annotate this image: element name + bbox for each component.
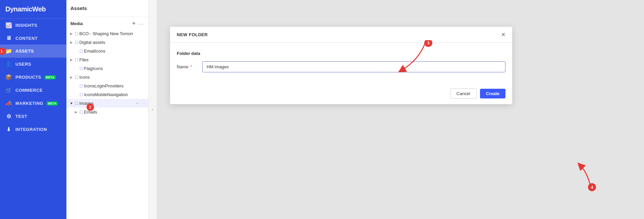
- tree-item-emailicons[interactable]: ▶ □ EmailIcons: [66, 47, 148, 55]
- sidebar-item-users[interactable]: 👤 USERS: [0, 58, 66, 71]
- commerce-icon: 🛒: [5, 87, 12, 93]
- sidebar-item-assets[interactable]: 📁 ASSETS 1: [0, 45, 66, 58]
- chevron-icon: ▶: [69, 58, 74, 62]
- tree-item-icons[interactable]: ▶ □ Icons: [66, 73, 148, 81]
- tree-item-iconsmobilenavigation[interactable]: ▶ □ IconsMobileNavigation: [66, 90, 148, 99]
- products-icon: 📦: [5, 74, 12, 80]
- tree-item-label: Digital assets: [79, 40, 146, 45]
- media-more-button[interactable]: ···: [138, 21, 144, 26]
- sidebar-item-label: COMMERCE: [15, 88, 43, 93]
- media-header: Media + ···: [66, 17, 148, 29]
- file-panel-wrapper: Assets Media + ··· ▶ □ BCO - Shaping New…: [66, 0, 157, 219]
- tree-container: ▶ □ BCO - Shaping New Tomorr ▶ □ Digital…: [66, 29, 148, 219]
- sidebar-item-label: CONTENT: [15, 36, 38, 41]
- tree-item-label: EmailIcons: [84, 49, 146, 54]
- tree-item-emails[interactable]: ▶ □ Emails: [66, 107, 148, 116]
- users-icon: 👤: [5, 61, 12, 67]
- form-label-name: Name *: [177, 64, 197, 69]
- form-row-name: Name *: [177, 61, 505, 72]
- required-star: *: [189, 64, 192, 69]
- dialog-title: NEW FOLDER: [177, 32, 208, 37]
- sidebar-item-label: TEST: [15, 114, 27, 119]
- folder-icon: □: [75, 40, 78, 45]
- folder-icon: □: [75, 100, 78, 106]
- dialog-close-button[interactable]: ✕: [501, 31, 505, 38]
- file-panel-title: Assets: [70, 5, 87, 11]
- file-panel: Assets Media + ··· ▶ □ BCO - Shaping New…: [66, 0, 149, 219]
- chevron-icon: ▶: [74, 110, 78, 114]
- folder-icon: □: [80, 109, 83, 115]
- sidebar-item-label: MARKETING: [15, 101, 43, 106]
- assets-icon: 📁: [5, 48, 12, 54]
- tree-item-label: IconsLoginProviders: [84, 83, 146, 88]
- create-button[interactable]: Create: [480, 89, 505, 98]
- tree-item-label: Emails: [84, 110, 146, 115]
- tree-item-label: FlagIcons: [84, 66, 146, 71]
- sidebar-item-label: ASSETS: [15, 49, 34, 54]
- folder-icon: □: [80, 48, 83, 54]
- chevron-icon: ▶: [69, 75, 74, 79]
- integration-icon: ⬇: [5, 126, 12, 133]
- new-folder-dialog: NEW FOLDER ✕ Folder data Name * Cancel C…: [170, 27, 512, 104]
- tree-item-label: BCO - Shaping New Tomorr: [79, 31, 146, 36]
- media-actions: + ···: [132, 20, 144, 27]
- media-add-button[interactable]: +: [132, 20, 136, 27]
- tree-item-more-button[interactable]: ···: [141, 101, 146, 105]
- app-logo: DynamicWeb: [0, 0, 66, 19]
- marketing-beta-badge: BETA: [47, 101, 58, 105]
- sidebar-nav: 📈 INSIGHTS 🖥 CONTENT 📁 ASSETS 1 👤 USERS …: [0, 19, 66, 219]
- tree-item-images[interactable]: ▼ □ Images + ··· 2: [66, 99, 148, 107]
- annotation-1: 1: [0, 48, 5, 55]
- sidebar-item-test[interactable]: ⚙ TEST: [0, 110, 66, 123]
- tree-item-digital-assets[interactable]: ▶ □ Digital assets: [66, 38, 148, 47]
- file-panel-header: Assets: [66, 0, 148, 17]
- content-icon: 🖥: [5, 35, 12, 41]
- tree-item-label: Icons: [79, 75, 146, 80]
- folder-name-input[interactable]: [202, 61, 505, 72]
- tree-item-bco[interactable]: ▶ □ BCO - Shaping New Tomorr: [66, 29, 148, 38]
- sidebar-item-label: USERS: [15, 62, 31, 67]
- media-label: Media: [70, 21, 83, 26]
- tree-item-add-button[interactable]: +: [136, 101, 139, 106]
- folder-icon: □: [75, 57, 78, 62]
- folder-icon: □: [80, 92, 83, 97]
- tree-item-files[interactable]: ▶ □ Files: [66, 55, 148, 64]
- sidebar-item-label: INTEGRATION: [15, 127, 47, 132]
- sidebar-item-integration[interactable]: ⬇ INTEGRATION: [0, 123, 66, 136]
- products-beta-badge: BETA: [45, 75, 56, 79]
- tree-item-actions: + ···: [136, 101, 146, 106]
- dialog-body: Folder data Name *: [170, 43, 512, 84]
- tree-item-label: IconsMobileNavigation: [84, 92, 146, 97]
- test-icon: ⚙: [5, 113, 12, 120]
- folder-icon: □: [75, 74, 78, 80]
- tree-item-flagicons[interactable]: ▶ □ FlagIcons: [66, 64, 148, 73]
- collapse-panel-button[interactable]: ‹: [149, 0, 157, 219]
- sidebar-item-commerce[interactable]: 🛒 COMMERCE: [0, 84, 66, 97]
- dialog-overlay: NEW FOLDER ✕ Folder data Name * Cancel C…: [157, 0, 644, 219]
- sidebar-item-marketing[interactable]: 📣 MARKETING BETA: [0, 97, 66, 110]
- chevron-icon: ▶: [69, 32, 74, 35]
- sidebar-item-label: INSIGHTS: [15, 23, 37, 28]
- folder-icon: □: [80, 66, 83, 71]
- sidebar-item-label: PRODUCTS: [15, 75, 41, 80]
- main-content: NEW FOLDER ✕ Folder data Name * Cancel C…: [157, 0, 644, 219]
- tree-item-label: Files: [79, 57, 146, 62]
- tree-item-iconsloginproviders[interactable]: ▶ □ IconsLoginProviders: [66, 81, 148, 90]
- sidebar: DynamicWeb 📈 INSIGHTS 🖥 CONTENT 📁 ASSETS…: [0, 0, 66, 219]
- dialog-section-title: Folder data: [177, 51, 505, 56]
- marketing-icon: 📣: [5, 100, 12, 106]
- chevron-icon: ▼: [69, 101, 74, 105]
- insights-icon: 📈: [5, 22, 12, 28]
- sidebar-item-insights[interactable]: 📈 INSIGHTS: [0, 19, 66, 32]
- chevron-icon: ▶: [69, 41, 74, 44]
- sidebar-item-products[interactable]: 📦 PRODUCTS BETA: [0, 71, 66, 84]
- dialog-header: NEW FOLDER ✕: [170, 27, 512, 43]
- sidebar-item-content[interactable]: 🖥 CONTENT: [0, 32, 66, 45]
- folder-icon: □: [80, 83, 83, 88]
- cancel-button[interactable]: Cancel: [450, 88, 476, 99]
- dialog-footer: Cancel Create: [170, 84, 512, 104]
- folder-icon: □: [75, 31, 78, 36]
